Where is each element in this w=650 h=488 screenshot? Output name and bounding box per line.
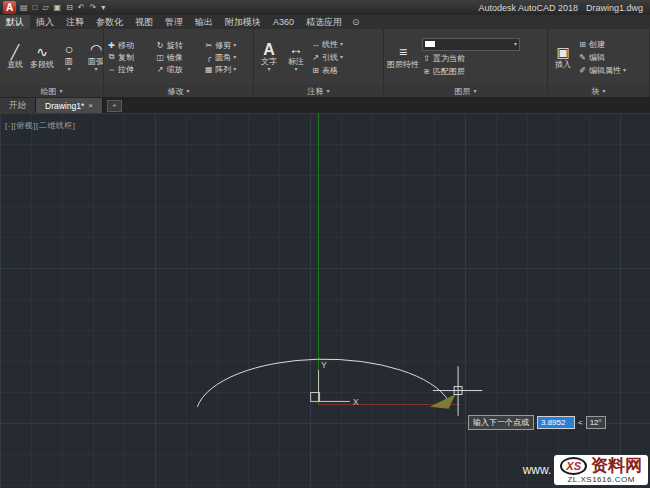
arc-direction-triangle <box>430 394 456 409</box>
array-icon: ▦ <box>204 65 213 74</box>
copy-icon: ⧉ <box>107 52 116 62</box>
file-tab-start[interactable]: 开始 <box>0 98 36 113</box>
tab-featured-apps[interactable]: 精选应用 <box>300 15 348 29</box>
tool-match-layer[interactable]: ≋ 匹配图层 <box>422 66 520 77</box>
layer-select[interactable]: ▾ <box>422 38 520 51</box>
chevron-down-icon: ▾ <box>340 41 343 47</box>
ucs-x-label: X <box>353 397 359 407</box>
leader-icon: ↗ <box>311 53 320 62</box>
tool-dimension[interactable]: ↔ 标注 ▾ <box>284 31 308 83</box>
infocenter-icon[interactable]: ⊙ <box>348 15 364 29</box>
chevron-down-icon: ▾ <box>233 54 236 60</box>
workspace-icon[interactable]: ▤ <box>19 1 29 14</box>
tool-trim[interactable]: ✂ 修剪 ▾ <box>204 40 250 51</box>
ribbon: ╱ 直线 ∿ 多段线 ○ 圆 ▾ ◠ 圆弧 ▾ 绘 <box>0 29 650 98</box>
create-block-icon: ⊞ <box>578 40 587 49</box>
new-tab-button[interactable]: + <box>107 100 122 112</box>
tool-table-label: 表格 <box>322 65 338 76</box>
tab-view[interactable]: 视图 <box>129 15 159 29</box>
tool-linear[interactable]: ↔ 线性 ▾ <box>311 39 343 50</box>
tool-table[interactable]: ⊞ 表格 <box>311 65 343 76</box>
save-icon[interactable]: ▣ <box>53 1 63 14</box>
ucs-y-label: Y <box>321 360 327 370</box>
tab-addins[interactable]: 附加模块 <box>219 15 267 29</box>
dynamic-input: 输入下一个点或 3.8952 < 12° <box>468 415 606 430</box>
edit-block-icon: ✎ <box>578 53 587 62</box>
print-icon[interactable]: ⊟ <box>65 1 74 14</box>
drawing-canvas[interactable]: [-][俯视][二维线框] Y X 输入下一个点或 <box>0 113 650 488</box>
tool-layer-properties-label: 图层特性 <box>387 60 419 69</box>
panel-block-footer[interactable]: 块 ▾ <box>548 85 649 97</box>
tab-output[interactable]: 输出 <box>189 15 219 29</box>
tool-insert-block[interactable]: ▣ 插入 <box>551 31 575 83</box>
tab-annotate[interactable]: 注释 <box>60 15 90 29</box>
tab-a360[interactable]: A360 <box>267 15 300 29</box>
qat-dropdown-icon[interactable]: ▾ <box>100 1 106 14</box>
tool-create-block[interactable]: ⊞ 创建 <box>578 39 626 50</box>
panel-modify-footer[interactable]: 修改 ▾ <box>104 85 253 97</box>
title-bar: A ▤ □ ▱ ▣ ⊟ ↶ ↷ ▾ Autodesk AutoCAD 2018 … <box>0 0 650 15</box>
chevron-down-icon: ▾ <box>67 66 70 72</box>
tab-insert[interactable]: 插入 <box>30 15 60 29</box>
viewport-controls[interactable]: [-][俯视][二维线框] <box>5 120 76 131</box>
open-file-icon[interactable]: ▱ <box>41 1 49 14</box>
dimension-icon: ↔ <box>289 42 303 57</box>
chevron-down-icon: ▾ <box>326 88 329 94</box>
tool-edit-attributes[interactable]: ✐ 编辑属性 ▾ <box>578 65 626 76</box>
trim-icon: ✂ <box>204 41 213 50</box>
tool-text-label: 文字 <box>261 57 277 66</box>
chevron-down-icon: ▾ <box>340 54 343 60</box>
panel-layers-footer[interactable]: 图层 ▾ <box>384 85 547 97</box>
app-logo-icon[interactable]: A <box>3 1 16 14</box>
tool-arc[interactable]: ◠ 圆弧 ▾ <box>84 31 103 83</box>
file-tab-start-label: 开始 <box>9 100 26 112</box>
app-title: Autodesk AutoCAD 2018 <box>478 3 578 13</box>
tool-stretch[interactable]: ⇔ 拉伸 <box>107 64 153 75</box>
tool-scale[interactable]: ↗ 缩放 <box>156 64 202 75</box>
tool-layer-properties[interactable]: ≡ 图层特性 <box>387 31 419 83</box>
tool-leader-label: 引线 <box>322 52 338 63</box>
undo-icon[interactable]: ↶ <box>77 1 86 14</box>
tool-edit-block[interactable]: ✎ 编辑 <box>578 52 626 63</box>
close-icon[interactable]: × <box>88 101 93 110</box>
panel-draw-footer[interactable]: 绘图 ▾ <box>0 85 103 97</box>
ucs-icon <box>311 370 350 401</box>
dynamic-input-angle-field[interactable]: 12° <box>586 416 606 429</box>
tool-stretch-label: 拉伸 <box>118 64 134 75</box>
tool-set-current-label: 置为当前 <box>433 53 465 64</box>
tool-circle[interactable]: ○ 圆 ▾ <box>57 31 81 83</box>
redo-icon[interactable]: ↷ <box>89 1 98 14</box>
tool-set-current[interactable]: ⇧ 置为当前 <box>422 53 520 64</box>
tool-rotate[interactable]: ↻ 旋转 <box>156 40 202 51</box>
chevron-down-icon: ▾ <box>233 42 236 48</box>
tool-move[interactable]: ✚ 移动 <box>107 40 153 51</box>
table-icon: ⊞ <box>311 66 320 75</box>
fillet-icon: ╭ <box>204 53 213 62</box>
tool-line[interactable]: ╱ 直线 <box>3 31 27 83</box>
tool-text[interactable]: A 文字 ▾ <box>257 31 281 83</box>
panel-annotate-footer[interactable]: 注释 ▾ <box>254 85 383 97</box>
file-tab-drawing1[interactable]: Drawing1* × <box>36 98 103 113</box>
set-current-layer-icon: ⇧ <box>422 54 431 63</box>
tab-manage[interactable]: 管理 <box>159 15 189 29</box>
tool-mirror[interactable]: ◫ 镜像 <box>156 52 202 63</box>
tool-match-layer-label: 匹配图层 <box>433 66 465 77</box>
tool-mirror-label: 镜像 <box>167 52 183 63</box>
tool-leader[interactable]: ↗ 引线 ▾ <box>311 52 343 63</box>
panel-layers-label: 图层 <box>454 86 470 97</box>
circle-icon: ○ <box>65 42 73 57</box>
chevron-down-icon: ▾ <box>59 88 62 94</box>
angle-prefix: < <box>578 418 583 427</box>
tool-edit-block-label: 编辑 <box>589 52 605 63</box>
insert-block-icon: ▣ <box>556 45 569 60</box>
dynamic-input-distance-field[interactable]: 3.8952 <box>537 416 575 429</box>
tool-copy-label: 复制 <box>118 52 134 63</box>
tab-default[interactable]: 默认 <box>0 15 30 29</box>
tool-array[interactable]: ▦ 阵列 ▾ <box>204 64 250 75</box>
tab-parametric[interactable]: 参数化 <box>90 15 129 29</box>
tool-fillet[interactable]: ╭ 圆角 ▾ <box>204 52 250 63</box>
tool-polyline[interactable]: ∿ 多段线 <box>30 31 54 83</box>
tool-copy[interactable]: ⧉ 复制 <box>107 52 153 63</box>
panel-layers: ≡ 图层特性 ▾ ⇧ 置为当前 ≋ 匹配图层 <box>384 29 548 97</box>
new-file-icon[interactable]: □ <box>32 1 39 14</box>
